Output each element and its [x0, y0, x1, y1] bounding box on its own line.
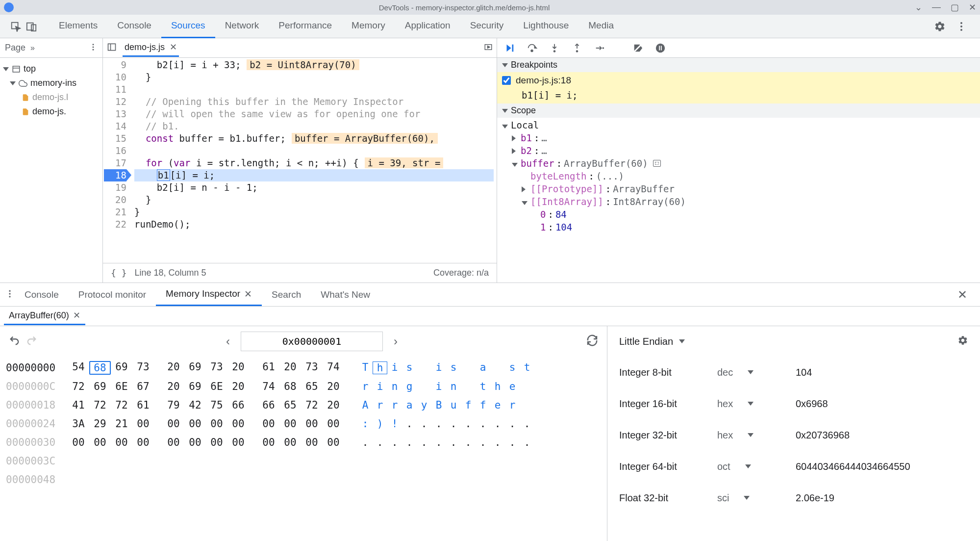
settings-gear-icon[interactable] [933, 20, 947, 33]
code-editor[interactable]: 910111213141516171819202122 b2[i] = i + … [103, 58, 497, 263]
coverage-status: Coverage: n/a [433, 268, 489, 278]
close-tab-icon[interactable]: ✕ [244, 288, 252, 300]
step-into-icon[interactable] [549, 43, 560, 53]
svg-rect-25 [661, 46, 662, 50]
svg-point-5 [960, 29, 962, 31]
device-toolbar-icon[interactable] [25, 20, 38, 33]
tab-application[interactable]: Application [395, 14, 460, 38]
drawer-tab-protocol-monitor[interactable]: Protocol monitor [69, 283, 156, 306]
page-tab[interactable]: Page [5, 43, 25, 53]
step-out-icon[interactable] [572, 43, 582, 53]
scope-local[interactable]: Local [502, 119, 980, 131]
close-tab-icon[interactable]: ✕ [170, 42, 177, 52]
breakpoints-header[interactable]: Breakpoints [497, 58, 980, 72]
drawer-tab-search[interactable]: Search [262, 283, 311, 306]
pause-on-exceptions-icon[interactable] [655, 43, 666, 53]
scope-b1[interactable]: b1: … [502, 131, 980, 144]
value-format-select[interactable]: sci [717, 492, 786, 504]
run-snippet-icon[interactable] [484, 43, 493, 53]
window-chevron-icon[interactable]: ⌄ [915, 2, 922, 13]
drawer-more-vert-icon[interactable] [5, 289, 15, 301]
window-titlebar: DevTools - memory-inspector.glitch.me/de… [0, 0, 980, 15]
value-row: Integer 32-bithex 0x20736968 [619, 419, 968, 451]
redo-icon[interactable] [26, 335, 37, 348]
editor-pane: demo-js.js ✕ 910111213141516171819202122… [103, 38, 497, 283]
window-maximize-icon[interactable]: ▢ [951, 2, 959, 13]
tab-performance[interactable]: Performance [269, 14, 342, 38]
svg-point-28 [9, 296, 10, 297]
nav-file-2[interactable]: demo-js. [2, 104, 101, 119]
undo-icon[interactable] [9, 335, 20, 348]
nav-file-1[interactable]: demo-js.l [2, 90, 101, 104]
tab-media[interactable]: Media [578, 14, 624, 38]
svg-point-21 [603, 47, 604, 49]
tab-lighthouse[interactable]: Lighthouse [513, 14, 578, 38]
memory-buffer-tab[interactable]: ArrayBuffer(60) ✕ [4, 307, 85, 325]
svg-point-27 [9, 293, 10, 294]
chrome-icon [4, 2, 14, 12]
value-format-select[interactable]: oct [717, 461, 786, 472]
drawer-tab-memory-inspector[interactable]: Memory Inspector✕ [156, 283, 262, 306]
window-close-icon[interactable]: ✕ [969, 2, 976, 13]
step-over-icon[interactable] [527, 43, 537, 53]
nav-top[interactable]: top [2, 62, 101, 76]
drawer: ConsoleProtocol monitorMemory Inspector✕… [0, 283, 980, 541]
value-settings-gear-icon[interactable] [957, 335, 968, 348]
svg-point-20 [576, 50, 578, 52]
resume-icon[interactable] [504, 43, 515, 53]
window-minimize-icon[interactable]: — [932, 2, 941, 13]
scope-prototype[interactable]: [[Prototype]]: ArrayBuffer [502, 182, 980, 195]
svg-rect-24 [659, 46, 660, 50]
file-icon [22, 107, 29, 116]
memory-chip-icon[interactable] [653, 160, 661, 167]
editor-status-bar: { } Line 18, Column 5 Coverage: n/a [103, 263, 497, 283]
value-format-select[interactable]: hex [717, 398, 786, 410]
value-label: Integer 8-bit [619, 367, 707, 378]
hex-grid[interactable]: 00000000546869732069732061207374This is … [0, 357, 607, 491]
step-icon[interactable] [594, 43, 605, 53]
scope-int8array[interactable]: [[Int8Array]]: Int8Array(60) [502, 195, 980, 208]
tab-elements[interactable]: Elements [49, 14, 107, 38]
scope-bytelength[interactable]: byteLength: (...) [502, 170, 980, 182]
svg-point-3 [960, 22, 962, 24]
cursor-position: Line 18, Column 5 [135, 268, 206, 278]
tab-network[interactable]: Network [215, 14, 269, 38]
tab-sources[interactable]: Sources [161, 14, 215, 38]
scope-b2[interactable]: b2: … [502, 144, 980, 157]
value-format-select[interactable]: hex [717, 430, 786, 441]
refresh-icon[interactable] [586, 335, 598, 348]
breakpoint-item[interactable]: demo-js.js:18 [497, 72, 980, 89]
scope-buffer[interactable]: buffer: ArrayBuffer(60) [502, 157, 980, 170]
format-icon[interactable]: { } [111, 268, 127, 278]
value-format-select[interactable]: dec [717, 367, 786, 378]
window-icon [12, 65, 21, 74]
tab-console[interactable]: Console [107, 14, 161, 38]
nav-more-vert-icon[interactable] [89, 43, 98, 53]
nav-more-chevron-icon[interactable]: » [30, 44, 35, 52]
value-label: Integer 16-bit [619, 398, 707, 410]
tab-memory[interactable]: Memory [342, 14, 395, 38]
nav-domain[interactable]: memory-ins [2, 76, 101, 90]
drawer-tab-console[interactable]: Console [15, 283, 69, 306]
endian-select[interactable]: Little Endian [619, 336, 685, 347]
deactivate-breakpoints-icon[interactable] [632, 43, 643, 53]
next-page-icon[interactable]: › [390, 335, 402, 348]
svg-marker-14 [488, 46, 490, 48]
inspect-element-icon[interactable] [9, 20, 23, 33]
toggle-navigator-icon[interactable] [107, 42, 117, 54]
tab-security[interactable]: Security [460, 14, 514, 38]
drawer-tab-what-s-new[interactable]: What's New [311, 283, 380, 306]
more-vert-icon[interactable] [955, 20, 968, 33]
scope-idx0[interactable]: 0: 84 [502, 208, 980, 221]
scope-idx1[interactable]: 1: 104 [502, 221, 980, 233]
prev-page-icon[interactable]: ‹ [222, 335, 234, 348]
file-tab[interactable]: demo-js.js ✕ [123, 39, 179, 57]
drawer-close-icon[interactable]: ✕ [950, 288, 975, 302]
close-tab-icon[interactable]: ✕ [73, 310, 80, 321]
svg-rect-1 [27, 23, 33, 30]
scope-header[interactable]: Scope [497, 103, 980, 118]
breakpoint-checkbox[interactable] [502, 76, 511, 85]
address-input[interactable] [241, 332, 383, 351]
chevron-down-icon [3, 67, 9, 71]
hex-pane: ‹ › 00000000546869732069732061207374This… [0, 326, 607, 541]
